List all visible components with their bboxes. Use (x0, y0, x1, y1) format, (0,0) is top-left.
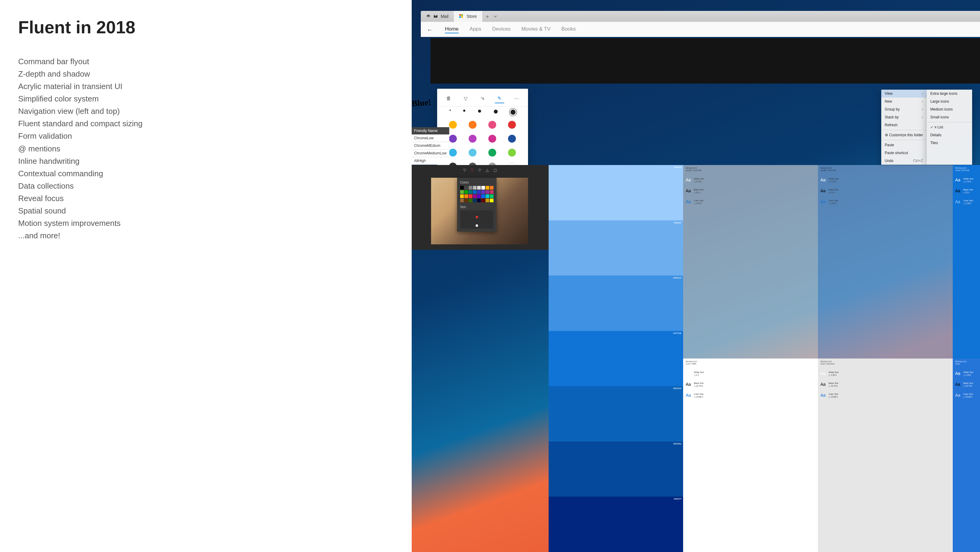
menu-item-customize-this-folder[interactable]: ⚙ Customize this folder (881, 131, 927, 139)
menu-item-list[interactable]: ✓ ≡ List (927, 123, 972, 131)
context-menu-primary: View›New›Group by›Stack by›Refresh⚙ Cust… (881, 90, 927, 165)
grid-color[interactable] (485, 194, 489, 198)
color-swatch[interactable] (449, 135, 457, 143)
eraser-icon[interactable]: △ (485, 167, 490, 173)
grid-color[interactable] (469, 194, 472, 198)
menu-item-paste[interactable]: Paste (881, 141, 927, 149)
grid-color[interactable] (477, 194, 481, 198)
size-slider[interactable] (460, 211, 493, 228)
marker-icon[interactable]: ▽ (462, 167, 467, 173)
grid-color[interactable] (473, 186, 477, 190)
menu-item-tiles[interactable]: Tiles (927, 139, 972, 147)
grid-color[interactable] (477, 186, 481, 190)
menu-item-paste-shortcut[interactable]: Paste shortcut (881, 149, 927, 157)
grid-color[interactable] (465, 190, 468, 194)
nav-item-movies-tv[interactable]: Movies & TV (521, 26, 550, 33)
tabs-dropdown-icon[interactable] (493, 14, 498, 19)
more-icon[interactable]: ⋯ (512, 94, 521, 103)
menu-item-details[interactable]: Details (927, 131, 972, 139)
grid-color[interactable] (485, 186, 489, 190)
color-swatch[interactable] (508, 135, 516, 143)
list-item[interactable]: ChromeMediumLow (412, 149, 449, 157)
crop-icon[interactable]: ▢ (492, 167, 498, 173)
size-thumb[interactable] (476, 224, 478, 227)
nav-item-apps[interactable]: Apps (469, 26, 481, 33)
color-swatch[interactable] (488, 121, 496, 129)
new-tab-button[interactable]: ＋ (485, 13, 490, 20)
nav-item-home[interactable]: Home (445, 26, 459, 33)
menu-item-undo[interactable]: UndoCtrl+Z (881, 157, 927, 165)
color-swatch[interactable] (488, 149, 496, 157)
grid-color[interactable] (469, 190, 472, 194)
grid-color[interactable] (465, 198, 468, 202)
back-button[interactable]: ← (427, 26, 433, 33)
grid-color[interactable] (490, 198, 493, 202)
menu-item-medium-icons[interactable]: Medium icons (927, 105, 972, 113)
color-swatch[interactable] (488, 135, 496, 143)
text-color-icon[interactable]: ᴬa (478, 94, 487, 103)
tab-label: Mail (441, 14, 449, 19)
grid-color[interactable] (465, 186, 468, 190)
menu-item-view[interactable]: View› (881, 90, 927, 97)
marker3-icon[interactable]: ▽ (477, 167, 482, 173)
grid-color[interactable] (469, 198, 472, 202)
tab-mail[interactable]: Mail (421, 11, 454, 22)
grid-color[interactable] (460, 198, 464, 202)
store-nav: HomeAppsDevicesMovies & TVBooks (445, 26, 576, 33)
grid-color[interactable] (490, 190, 493, 194)
grid-color[interactable] (465, 194, 468, 198)
menu-item-new[interactable]: New› (881, 97, 927, 105)
brush-size-4[interactable] (450, 109, 451, 111)
color-swatch[interactable] (508, 149, 516, 157)
grid-color[interactable] (473, 194, 477, 198)
grid-color[interactable] (477, 198, 481, 202)
menu-item-small-icons[interactable]: Small icons (927, 113, 972, 121)
brush-size-7[interactable] (463, 109, 465, 112)
grid-color[interactable] (481, 186, 485, 190)
grid-color[interactable] (490, 194, 493, 198)
ink-pen-icon[interactable]: ✎ (495, 94, 504, 103)
grid-color[interactable] (460, 194, 464, 198)
grid-color[interactable] (473, 198, 477, 202)
brush-size-10[interactable] (478, 109, 481, 113)
grid-color[interactable] (473, 190, 477, 194)
nav-item-books[interactable]: Books (562, 26, 576, 33)
grid-color[interactable] (481, 194, 485, 198)
grid-color[interactable] (469, 186, 472, 190)
grid-color[interactable] (477, 190, 481, 194)
grid-color[interactable] (460, 190, 464, 194)
menu-item-extra-large-icons[interactable]: Extra large icons (927, 90, 972, 97)
photo-canvas[interactable]: Colors Size (431, 178, 528, 244)
friendly-name-list: Friendly Name ChromeLowChromeMEdiumChrom… (412, 127, 449, 165)
color-swatch[interactable] (469, 135, 477, 143)
color-swatch[interactable] (469, 149, 477, 157)
grid-color[interactable] (460, 186, 464, 190)
menu-item-large-icons[interactable]: Large icons (927, 97, 972, 105)
layers-icon (426, 14, 431, 19)
grid-color[interactable] (481, 198, 485, 202)
menu-item-group-by[interactable]: Group by› (881, 105, 927, 113)
color-swatch[interactable] (449, 121, 457, 129)
grid-color[interactable] (485, 198, 489, 202)
color-swatch[interactable] (469, 121, 477, 129)
brush-size-17[interactable] (511, 109, 515, 115)
color-swatch[interactable] (449, 149, 457, 157)
handwriting-annotation: Blue! (411, 97, 431, 108)
theme-cell: BackgroundSolid, #1073d6AaWhite Text△ 4.… (953, 165, 980, 358)
menu-item-stack-by[interactable]: Stack by› (881, 113, 927, 121)
list-item[interactable]: ChromeMEdium (412, 142, 449, 149)
marker2-icon[interactable]: ▽ (469, 167, 475, 173)
brush-size-13[interactable] (494, 109, 498, 114)
menu-item-refresh[interactable]: Refresh (881, 121, 927, 129)
tab-store[interactable]: Store (454, 11, 482, 22)
list-item[interactable]: ChromeLow (412, 135, 449, 142)
nav-item-devices[interactable]: Devices (492, 26, 511, 33)
grid-color[interactable] (481, 190, 485, 194)
list-item[interactable]: AltHigh (412, 157, 449, 165)
grid-color[interactable] (485, 190, 489, 194)
size-label: Size (460, 205, 493, 209)
grid-color[interactable] (490, 186, 493, 190)
color-swatch[interactable] (508, 121, 516, 129)
delete-icon[interactable]: 🗑 (444, 94, 453, 103)
highlighter-icon[interactable]: ▽ (461, 94, 471, 103)
